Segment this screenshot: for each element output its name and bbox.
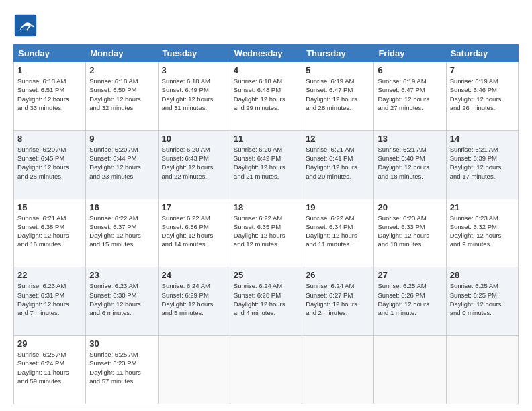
day-info: Sunrise: 6:18 AMSunset: 6:49 PMDaylight:… xyxy=(162,77,226,112)
calendar-cell: 12Sunrise: 6:21 AMSunset: 6:41 PMDayligh… xyxy=(302,130,374,199)
day-info: Sunrise: 6:22 AMSunset: 6:35 PMDaylight:… xyxy=(234,214,298,249)
calendar-cell: 19Sunrise: 6:22 AMSunset: 6:34 PMDayligh… xyxy=(302,199,374,267)
day-info: Sunrise: 6:22 AMSunset: 6:36 PMDaylight:… xyxy=(162,214,226,249)
day-info: Sunrise: 6:19 AMSunset: 6:47 PMDaylight:… xyxy=(378,77,442,112)
calendar-cell: 2Sunrise: 6:18 AMSunset: 6:50 PMDaylight… xyxy=(86,62,158,131)
calendar-cell: 3Sunrise: 6:18 AMSunset: 6:49 PMDaylight… xyxy=(158,62,230,131)
calendar-week-row: 29Sunrise: 6:25 AMSunset: 6:24 PMDayligh… xyxy=(14,336,519,404)
logo-icon xyxy=(13,13,38,38)
day-info: Sunrise: 6:18 AMSunset: 6:51 PMDaylight:… xyxy=(17,77,82,112)
calendar-cell: 16Sunrise: 6:22 AMSunset: 6:37 PMDayligh… xyxy=(86,199,158,267)
day-info: Sunrise: 6:24 AMSunset: 6:27 PMDaylight:… xyxy=(306,281,370,317)
page: SundayMondayTuesdayWednesdayThursdayFrid… xyxy=(0,0,532,411)
calendar-cell xyxy=(374,336,446,404)
day-number: 15 xyxy=(17,202,82,212)
calendar-cell: 15Sunrise: 6:21 AMSunset: 6:38 PMDayligh… xyxy=(14,199,86,267)
day-number: 20 xyxy=(378,202,442,212)
day-number: 27 xyxy=(378,270,442,280)
calendar-cell: 1Sunrise: 6:18 AMSunset: 6:51 PMDaylight… xyxy=(14,62,86,131)
day-info: Sunrise: 6:21 AMSunset: 6:38 PMDaylight:… xyxy=(17,214,82,249)
calendar-header-row: SundayMondayTuesdayWednesdayThursdayFrid… xyxy=(14,45,519,62)
day-info: Sunrise: 6:20 AMSunset: 6:45 PMDaylight:… xyxy=(17,145,82,181)
calendar-cell: 28Sunrise: 6:25 AMSunset: 6:25 PMDayligh… xyxy=(446,267,518,336)
header-monday: Monday xyxy=(86,45,158,62)
day-number: 24 xyxy=(162,270,226,280)
day-info: Sunrise: 6:19 AMSunset: 6:46 PMDaylight:… xyxy=(450,77,515,112)
day-info: Sunrise: 6:22 AMSunset: 6:34 PMDaylight:… xyxy=(306,214,370,249)
header-friday: Friday xyxy=(374,45,446,62)
day-number: 22 xyxy=(17,270,82,280)
calendar-cell: 18Sunrise: 6:22 AMSunset: 6:35 PMDayligh… xyxy=(230,199,302,267)
day-info: Sunrise: 6:20 AMSunset: 6:43 PMDaylight:… xyxy=(162,145,226,181)
header-thursday: Thursday xyxy=(302,45,374,62)
calendar-cell: 5Sunrise: 6:19 AMSunset: 6:47 PMDaylight… xyxy=(302,62,374,131)
day-info: Sunrise: 6:23 AMSunset: 6:30 PMDaylight:… xyxy=(89,281,154,317)
day-number: 26 xyxy=(306,270,370,280)
day-number: 28 xyxy=(450,270,515,280)
day-number: 17 xyxy=(162,202,226,212)
calendar-cell: 14Sunrise: 6:21 AMSunset: 6:39 PMDayligh… xyxy=(446,130,518,199)
day-number: 5 xyxy=(306,65,370,75)
calendar-cell: 7Sunrise: 6:19 AMSunset: 6:46 PMDaylight… xyxy=(446,62,518,131)
calendar-week-row: 15Sunrise: 6:21 AMSunset: 6:38 PMDayligh… xyxy=(14,199,519,267)
calendar-cell xyxy=(446,336,518,404)
calendar-cell: 21Sunrise: 6:23 AMSunset: 6:32 PMDayligh… xyxy=(446,199,518,267)
day-number: 23 xyxy=(89,270,154,280)
calendar-cell: 11Sunrise: 6:20 AMSunset: 6:42 PMDayligh… xyxy=(230,130,302,199)
calendar-cell: 26Sunrise: 6:24 AMSunset: 6:27 PMDayligh… xyxy=(302,267,374,336)
day-number: 13 xyxy=(378,134,442,144)
day-number: 7 xyxy=(450,65,515,75)
day-number: 4 xyxy=(234,65,298,75)
day-info: Sunrise: 6:22 AMSunset: 6:37 PMDaylight:… xyxy=(89,214,154,249)
calendar-week-row: 22Sunrise: 6:23 AMSunset: 6:31 PMDayligh… xyxy=(14,267,519,336)
day-info: Sunrise: 6:20 AMSunset: 6:42 PMDaylight:… xyxy=(234,145,298,181)
calendar-week-row: 8Sunrise: 6:20 AMSunset: 6:45 PMDaylight… xyxy=(14,130,519,199)
calendar-cell: 24Sunrise: 6:24 AMSunset: 6:29 PMDayligh… xyxy=(158,267,230,336)
header-wednesday: Wednesday xyxy=(230,45,302,62)
calendar-cell: 25Sunrise: 6:24 AMSunset: 6:28 PMDayligh… xyxy=(230,267,302,336)
calendar-table: SundayMondayTuesdayWednesdayThursdayFrid… xyxy=(13,44,519,404)
header xyxy=(13,11,519,38)
day-info: Sunrise: 6:23 AMSunset: 6:31 PMDaylight:… xyxy=(17,281,82,317)
day-info: Sunrise: 6:24 AMSunset: 6:29 PMDaylight:… xyxy=(162,281,226,317)
day-info: Sunrise: 6:25 AMSunset: 6:24 PMDaylight:… xyxy=(17,350,82,385)
header-tuesday: Tuesday xyxy=(158,45,230,62)
calendar-cell xyxy=(302,336,374,404)
day-info: Sunrise: 6:21 AMSunset: 6:40 PMDaylight:… xyxy=(378,145,442,181)
day-info: Sunrise: 6:18 AMSunset: 6:48 PMDaylight:… xyxy=(234,77,298,112)
day-number: 25 xyxy=(234,270,298,280)
calendar-cell: 9Sunrise: 6:20 AMSunset: 6:44 PMDaylight… xyxy=(86,130,158,199)
calendar-cell: 10Sunrise: 6:20 AMSunset: 6:43 PMDayligh… xyxy=(158,130,230,199)
day-number: 21 xyxy=(450,202,515,212)
day-info: Sunrise: 6:21 AMSunset: 6:39 PMDaylight:… xyxy=(450,145,515,181)
day-info: Sunrise: 6:19 AMSunset: 6:47 PMDaylight:… xyxy=(306,77,370,112)
calendar-cell: 22Sunrise: 6:23 AMSunset: 6:31 PMDayligh… xyxy=(14,267,86,336)
calendar-cell: 8Sunrise: 6:20 AMSunset: 6:45 PMDaylight… xyxy=(14,130,86,199)
calendar-cell: 27Sunrise: 6:25 AMSunset: 6:26 PMDayligh… xyxy=(374,267,446,336)
day-info: Sunrise: 6:25 AMSunset: 6:23 PMDaylight:… xyxy=(89,350,154,385)
calendar-cell: 6Sunrise: 6:19 AMSunset: 6:47 PMDaylight… xyxy=(374,62,446,131)
calendar-cell xyxy=(230,336,302,404)
day-info: Sunrise: 6:25 AMSunset: 6:26 PMDaylight:… xyxy=(378,281,442,317)
day-number: 9 xyxy=(89,134,154,144)
day-number: 18 xyxy=(234,202,298,212)
calendar-cell: 20Sunrise: 6:23 AMSunset: 6:33 PMDayligh… xyxy=(374,199,446,267)
calendar-cell: 30Sunrise: 6:25 AMSunset: 6:23 PMDayligh… xyxy=(86,336,158,404)
day-number: 11 xyxy=(234,134,298,144)
day-number: 14 xyxy=(450,134,515,144)
logo xyxy=(13,13,40,38)
calendar-cell: 4Sunrise: 6:18 AMSunset: 6:48 PMDaylight… xyxy=(230,62,302,131)
header-saturday: Saturday xyxy=(446,45,518,62)
calendar-cell: 29Sunrise: 6:25 AMSunset: 6:24 PMDayligh… xyxy=(14,336,86,404)
day-info: Sunrise: 6:23 AMSunset: 6:32 PMDaylight:… xyxy=(450,214,515,249)
calendar-cell xyxy=(158,336,230,404)
day-info: Sunrise: 6:25 AMSunset: 6:25 PMDaylight:… xyxy=(450,281,515,317)
calendar-week-row: 1Sunrise: 6:18 AMSunset: 6:51 PMDaylight… xyxy=(14,62,519,131)
day-info: Sunrise: 6:24 AMSunset: 6:28 PMDaylight:… xyxy=(234,281,298,317)
day-number: 8 xyxy=(17,134,82,144)
day-info: Sunrise: 6:20 AMSunset: 6:44 PMDaylight:… xyxy=(89,145,154,181)
day-number: 30 xyxy=(89,338,154,349)
day-number: 2 xyxy=(89,65,154,75)
day-number: 19 xyxy=(306,202,370,212)
day-number: 12 xyxy=(306,134,370,144)
